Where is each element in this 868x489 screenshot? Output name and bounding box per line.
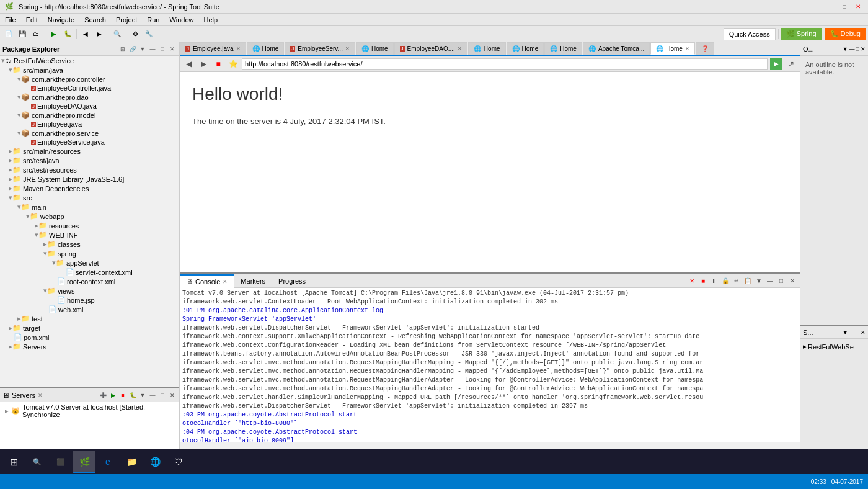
tree-employee-service[interactable]: J EmployeeService.java <box>0 138 179 146</box>
tree-servlet-context[interactable]: 📄 servlet-context.xml <box>0 267 179 277</box>
servers-close-icon[interactable]: ✕ <box>38 392 43 398</box>
tab-employee-dao-close[interactable]: ✕ <box>458 46 462 52</box>
maximize-panel-btn[interactable]: □ <box>158 45 167 53</box>
tree-servers[interactable]: ▸ 📁 Servers <box>0 342 179 351</box>
tree-classes[interactable]: ▸ 📁 classes <box>0 240 179 249</box>
spring-menu-btn[interactable]: ▼ <box>843 330 848 336</box>
console-close-btn[interactable]: ✕ <box>787 276 797 286</box>
tree-model-pkg[interactable]: ▾ 📦 com.arkthepro.model <box>0 110 179 120</box>
tab-apache-tomcat[interactable]: 🌐 Apache Tomca... <box>583 42 650 55</box>
servers-stop-btn[interactable]: ■ <box>118 391 127 400</box>
tree-hscroll[interactable] <box>0 380 179 387</box>
tree-src-test-resources[interactable]: ▸ 📁 src/test/resources <box>0 165 179 174</box>
tab-employee-serv-close[interactable]: ✕ <box>345 46 350 52</box>
tree-home-jsp[interactable]: 📄 home.jsp <box>0 295 179 305</box>
tab-home-2[interactable]: 🌐 Home <box>356 42 394 55</box>
toolbar-new[interactable]: 📄 <box>2 28 15 40</box>
menu-window[interactable]: Window <box>164 14 198 25</box>
tree-src[interactable]: ▾ 📁 src <box>0 193 179 202</box>
tree-item-project[interactable]: ▾ 🗂 RestFulWebService <box>0 56 179 65</box>
menu-run[interactable]: Run <box>142 14 164 25</box>
tree-service-pkg[interactable]: ▾ 📦 com.arkthepro.service <box>0 128 179 138</box>
spring-maximize-btn[interactable]: □ <box>856 330 859 336</box>
tab-help[interactable]: ❓ <box>696 42 714 55</box>
outline-close-btn[interactable]: ✕ <box>861 46 866 52</box>
tab-home-5[interactable]: 🌐 Home <box>544 42 582 55</box>
tree-src-main-resources[interactable]: ▸ 📁 src/main/resources <box>0 146 179 156</box>
tree-spring[interactable]: ▾ 📁 spring <box>0 249 179 258</box>
close-button[interactable]: ✕ <box>853 2 863 12</box>
tree-appservlet[interactable]: ▾ 📁 appServlet <box>0 258 179 267</box>
servers-new-btn[interactable]: ➕ <box>99 391 107 400</box>
minimize-panel-btn[interactable]: — <box>148 45 157 53</box>
tree-controller-pkg[interactable]: ▾ 📦 com.arkthepro.controller <box>0 74 179 84</box>
server-tomcat[interactable]: ▸ 🐱 Tomcat v7.0 Server at localhost [Sta… <box>0 402 179 419</box>
maximize-button[interactable]: □ <box>839 2 849 12</box>
outline-maximize-btn[interactable]: □ <box>856 46 859 52</box>
tree-test[interactable]: ▸ 📁 test <box>0 314 179 323</box>
toolbar-search[interactable]: 🔍 <box>111 28 123 40</box>
console-tab-close[interactable]: ✕ <box>223 279 228 285</box>
spring-minimize-btn[interactable]: — <box>849 330 855 336</box>
console-copy-btn[interactable]: 📋 <box>743 276 753 286</box>
tree-employee-model[interactable]: J Employee.java <box>0 120 179 128</box>
taskbar-ie[interactable]: e <box>97 451 119 473</box>
servers-start-btn[interactable]: ▶ <box>108 391 117 400</box>
collapse-all-btn[interactable]: ⊟ <box>118 45 127 53</box>
servers-closepanel-btn[interactable]: ✕ <box>168 391 177 400</box>
quick-access-button[interactable]: Quick Access <box>724 28 776 40</box>
close-panel-btn[interactable]: ✕ <box>168 45 177 53</box>
tree-src-main-java[interactable]: ▾ 📁 src/main/java <box>0 65 179 74</box>
tab-employee-serv[interactable]: J EmployeeServ... ✕ <box>285 42 355 55</box>
tab-home-1[interactable]: 🌐 Home <box>247 42 285 55</box>
tree-pom[interactable]: 📄 pom.xml <box>0 333 179 342</box>
taskbar-search-icon[interactable]: 🔍 <box>26 451 48 473</box>
console-scroll-lock-btn[interactable]: 🔒 <box>720 276 730 286</box>
console-view-menu-btn[interactable]: ▼ <box>754 276 764 286</box>
back-button[interactable]: ◀ <box>182 58 195 70</box>
menu-edit[interactable]: Edit <box>21 14 43 25</box>
tab-home-active[interactable]: 🌐 Home ✕ <box>650 42 695 55</box>
toolbar-save-all[interactable]: 🗂 <box>30 28 42 40</box>
console-minimize-btn[interactable]: — <box>765 276 775 286</box>
taskbar-task-view[interactable]: ⬛ <box>50 451 72 473</box>
tab-home-active-close[interactable]: ✕ <box>685 46 689 52</box>
url-input[interactable] <box>242 58 768 70</box>
minimize-button[interactable]: — <box>826 2 836 12</box>
tree-root-context[interactable]: 📄 root-context.xml <box>0 277 179 286</box>
tree-webapp[interactable]: ▾ 📁 webapp <box>0 212 179 221</box>
console-stop-btn[interactable]: ■ <box>698 276 708 286</box>
taskbar-windows-security[interactable]: 🛡 <box>167 451 190 473</box>
toolbar-save[interactable]: 💾 <box>16 28 29 40</box>
menu-search[interactable]: Search <box>79 14 111 25</box>
outline-minimize-btn[interactable]: — <box>849 46 855 52</box>
open-external-button[interactable]: ↗ <box>785 58 797 70</box>
taskbar-chrome[interactable]: 🌐 <box>144 451 166 473</box>
console-maximize-btn[interactable]: □ <box>776 276 786 286</box>
toolbar-debug[interactable]: 🐛 <box>61 28 74 40</box>
spring-close-btn[interactable]: ✕ <box>861 330 866 336</box>
tree-dao-pkg[interactable]: ▾ 📦 com.arkthepro.dao <box>0 92 179 102</box>
menu-project[interactable]: Project <box>111 14 142 25</box>
servers-debug-btn[interactable]: 🐛 <box>128 391 137 400</box>
tab-home-3[interactable]: 🌐 Home <box>468 42 506 55</box>
tree-views[interactable]: ▾ 📁 views <box>0 286 179 295</box>
menu-file[interactable]: File <box>0 14 21 25</box>
tab-employee-dao[interactable]: J EmployeeDAO.... ✕ <box>394 42 467 55</box>
taskbar-file-explorer[interactable]: 📁 <box>120 451 143 473</box>
menu-help[interactable]: Help <box>199 14 223 25</box>
console-pause-btn[interactable]: ⏸ <box>709 276 719 286</box>
toolbar-extra1[interactable]: ⚙ <box>129 28 141 40</box>
stop-button[interactable]: ■ <box>212 58 224 70</box>
tree-resources-sub[interactable]: ▸ 📁 resources <box>0 221 179 230</box>
spring-perspective-button[interactable]: 🌿 Spring <box>781 28 822 40</box>
tree-src-test-java[interactable]: ▸ 📁 src/test/java <box>0 156 179 165</box>
tree-jre[interactable]: ▸ 📁 JRE System Library [JavaSE-1.6] <box>0 174 179 184</box>
servers-menu-btn[interactable]: ▼ <box>138 391 147 400</box>
tab-employee-java-close[interactable]: ✕ <box>236 46 241 52</box>
bookmark-button[interactable]: ⭐ <box>227 58 239 70</box>
link-editor-btn[interactable]: 🔗 <box>128 45 137 53</box>
console-tab-progress[interactable]: Progress <box>272 274 312 288</box>
tree-web-xml[interactable]: 📄 web.xml <box>0 305 179 314</box>
panel-menu-btn[interactable]: ▼ <box>138 45 147 53</box>
